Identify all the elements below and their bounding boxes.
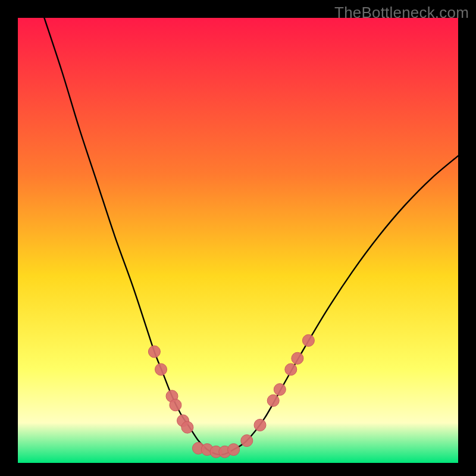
data-marker: [148, 346, 160, 358]
data-marker: [292, 352, 303, 364]
data-marker: [267, 394, 279, 406]
data-marker: [285, 364, 297, 375]
data-marker: [254, 419, 266, 431]
watermark-text: TheBottleneck.com: [334, 4, 469, 22]
data-marker: [241, 435, 253, 447]
chart-frame: TheBottleneck.com: [0, 0, 476, 476]
data-marker: [274, 384, 286, 396]
gradient-background: [18, 18, 458, 463]
bottleneck-chart: [18, 18, 458, 463]
data-marker: [170, 399, 181, 411]
data-marker: [302, 334, 314, 346]
data-marker: [155, 364, 167, 375]
data-marker: [228, 444, 240, 456]
data-marker: [181, 421, 193, 433]
plot-area: [18, 18, 458, 463]
